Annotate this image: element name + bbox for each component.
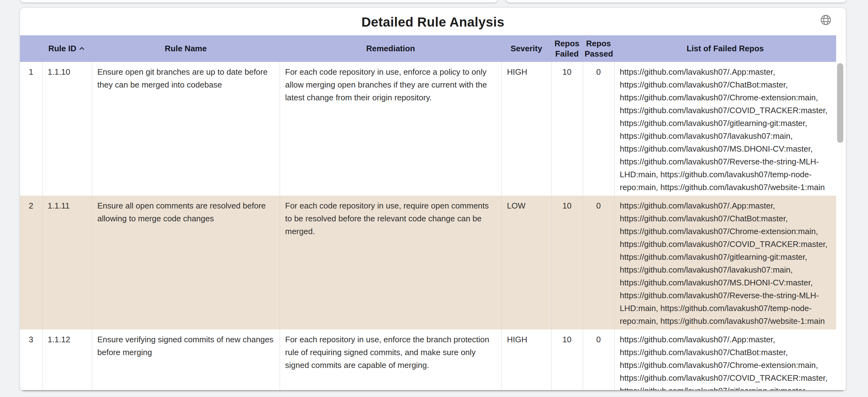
cell-row-index: 3 [20,330,42,391]
cell-rule-name: Ensure verifying signed commits of new c… [92,330,280,391]
detailed-rule-analysis-card: Detailed Rule Analysis Rule ID Rule Name [20,8,846,391]
header-rule-id-label: Rule ID [49,44,76,53]
cell-rule-id: 1.1.10 [42,62,92,196]
cell-row-index: 2 [20,196,42,330]
header-rule-name[interactable]: Rule Name [92,35,280,62]
rule-analysis-table: Rule ID Rule Name Remediation Severity R… [20,35,836,391]
cell-severity: HIGH [501,330,551,391]
cell-repos-passed: 0 [583,330,614,391]
cell-failed-repos: https://github.com/lavakush07/.App:maste… [614,330,836,391]
page-title: Detailed Rule Analysis [20,8,846,30]
header-index [20,35,42,62]
globe-icon[interactable] [819,14,832,26]
table-row: 3 1.1.12 Ensure verifying signed commits… [20,330,836,391]
cell-failed-repos: https://github.com/lavakush07/.App:maste… [614,62,836,196]
cell-remediation: For each repository in use, enforce the … [280,330,501,391]
table-header-row: Rule ID Rule Name Remediation Severity R… [20,35,836,62]
cell-remediation: For each code repository in use, enforce… [280,62,501,196]
card-above-left [20,0,498,2]
cell-remediation: For each code repository in use, require… [280,196,501,330]
cell-rule-id: 1.1.11 [42,196,92,330]
table-row: 2 1.1.11 Ensure all open comments are re… [20,196,836,330]
header-list-of-failed-repos[interactable]: List of Failed Repos [614,35,836,62]
cell-rule-id: 1.1.12 [42,330,92,391]
header-repos-failed[interactable]: Repos Failed [551,35,583,62]
cell-repos-passed: 0 [583,196,614,330]
cell-severity: HIGH [501,62,551,196]
cell-repos-failed: 10 [551,196,583,330]
cell-severity: LOW [501,196,551,330]
header-remediation[interactable]: Remediation [280,35,501,62]
vertical-scrollbar-thumb[interactable] [837,63,843,143]
cell-row-index: 1 [20,62,42,196]
card-above-right [506,0,846,2]
cell-repos-passed: 0 [583,62,614,196]
table-row: 1 1.1.10 Ensure open git branches are up… [20,62,836,196]
header-repos-passed[interactable]: Repos Passed [583,35,614,62]
cell-rule-name: Ensure all open comments are resolved be… [92,196,280,330]
cell-repos-failed: 10 [551,330,583,391]
sort-ascending-icon[interactable] [78,45,86,52]
cell-failed-repos: https://github.com/lavakush07/.App:maste… [614,196,836,330]
header-rule-id[interactable]: Rule ID [42,35,92,62]
cell-rule-name: Ensure open git branches are up to date … [92,62,280,196]
header-severity[interactable]: Severity [501,35,551,62]
cell-repos-failed: 10 [551,62,583,196]
